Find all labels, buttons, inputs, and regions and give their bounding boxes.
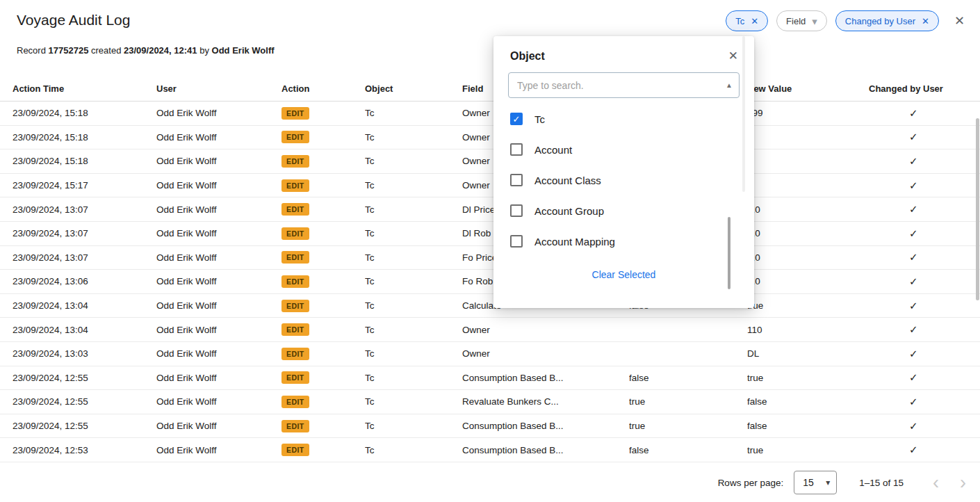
table-row: 23/09/2024, 15:18 Odd Erik Wolff EDIT Tc… bbox=[0, 126, 980, 150]
table-header-row: Action Time User Action Object Field Old… bbox=[0, 76, 980, 102]
checkbox-icon[interactable]: ✓ bbox=[510, 143, 523, 156]
record-created-label: created bbox=[91, 45, 121, 56]
cell-new-value: false bbox=[747, 396, 869, 407]
check-icon: ✓ bbox=[909, 300, 918, 311]
object-option[interactable]: ✓ Account Mapping bbox=[493, 226, 754, 257]
popup-scrollbar-thumb[interactable] bbox=[728, 217, 730, 289]
filter-chip-changed-by-user[interactable]: Changed by User ✕ bbox=[835, 10, 939, 31]
cell-new-value: 999 bbox=[747, 108, 869, 118]
object-option[interactable]: ✓ Tc bbox=[493, 104, 754, 134]
action-badge: EDIT bbox=[281, 323, 309, 336]
table-row: 23/09/2024, 13:03 Odd Erik Wolff EDIT Tc… bbox=[0, 342, 980, 366]
action-badge: EDIT bbox=[281, 131, 309, 143]
cell-object: Tc bbox=[365, 276, 462, 286]
previous-page-icon[interactable]: ‹ bbox=[933, 473, 939, 492]
checkbox-icon[interactable]: ✓ bbox=[510, 113, 523, 125]
remove-filter-icon[interactable]: ✕ bbox=[922, 16, 929, 26]
check-icon: ✓ bbox=[909, 323, 918, 335]
cell-old-value: false bbox=[629, 373, 747, 383]
table-row: 23/09/2024, 13:04 Odd Erik Wolff EDIT Tc… bbox=[0, 294, 980, 318]
check-icon: ✓ bbox=[909, 155, 918, 167]
cell-action: EDIT bbox=[281, 227, 365, 240]
cell-new-value: false bbox=[747, 421, 869, 431]
check-icon: ✓ bbox=[909, 371, 918, 383]
cell-action-time: 23/09/2024, 12:55 bbox=[13, 396, 156, 407]
object-filter-popup: Object ✕ ▲ ✓ Tc ✓ Account ✓ Account Clas… bbox=[493, 36, 754, 308]
option-label: Account Mapping bbox=[534, 236, 615, 248]
checkbox-icon[interactable]: ✓ bbox=[510, 235, 523, 248]
chevron-down-icon: ▾ bbox=[812, 16, 817, 26]
record-summary: Record 17752725 created 23/09/2024, 12:4… bbox=[17, 45, 275, 56]
option-label: Account bbox=[534, 144, 572, 156]
cell-changed-by-user: ✓ bbox=[869, 323, 980, 336]
table-row: 23/09/2024, 13:07 Odd Erik Wolff EDIT Tc… bbox=[0, 222, 980, 246]
table-row: 23/09/2024, 12:55 Odd Erik Wolff EDIT Tc… bbox=[0, 390, 980, 414]
popup-title: Object bbox=[510, 50, 545, 63]
cell-action-time: 23/09/2024, 15:18 bbox=[13, 108, 156, 118]
object-search-input[interactable] bbox=[508, 72, 740, 98]
filter-chip-object-label: Tc bbox=[735, 16, 744, 26]
cell-field: Revaluate Bunkers C... bbox=[462, 396, 629, 407]
action-badge: EDIT bbox=[281, 396, 309, 408]
cell-user: Odd Erik Wolff bbox=[156, 396, 281, 407]
object-option[interactable]: ✓ Account Group bbox=[493, 195, 754, 226]
filter-chip-object[interactable]: Tc ✕ bbox=[726, 10, 768, 31]
cell-object: Tc bbox=[365, 252, 462, 263]
table-row: 23/09/2024, 13:07 Odd Erik Wolff EDIT Tc… bbox=[0, 246, 980, 270]
action-badge: EDIT bbox=[281, 420, 309, 432]
cell-action-time: 23/09/2024, 12:53 bbox=[13, 445, 156, 455]
cell-action: EDIT bbox=[281, 444, 365, 456]
rows-per-page-value: 15 bbox=[803, 477, 814, 488]
cell-new-value: true bbox=[747, 373, 869, 383]
clear-selected-button[interactable]: Clear Selected bbox=[592, 269, 656, 280]
cell-user: Odd Erik Wolff bbox=[156, 276, 281, 286]
cell-changed-by-user: ✓ bbox=[869, 420, 980, 432]
cell-changed-by-user: ✓ bbox=[869, 275, 980, 288]
cell-changed-by-user: ✓ bbox=[869, 203, 980, 216]
table-row: 23/09/2024, 15:18 Odd Erik Wolff EDIT Tc… bbox=[0, 102, 980, 126]
cell-field: Consumption Based B... bbox=[462, 373, 629, 383]
cell-object: Tc bbox=[365, 300, 462, 311]
page-scrollbar[interactable] bbox=[976, 118, 979, 300]
cell-object: Tc bbox=[365, 228, 462, 238]
next-page-icon[interactable]: › bbox=[960, 473, 966, 492]
cell-action-time: 23/09/2024, 15:17 bbox=[13, 180, 156, 191]
popup-scrollbar-track[interactable] bbox=[742, 36, 745, 192]
remove-filter-icon[interactable]: ✕ bbox=[751, 16, 758, 26]
column-header-new-value: New Value bbox=[747, 83, 869, 94]
cell-object: Tc bbox=[365, 325, 462, 335]
cell-field: Consumption Based B... bbox=[462, 445, 629, 455]
cell-user: Odd Erik Wolff bbox=[156, 421, 281, 431]
object-option[interactable]: ✓ Account bbox=[493, 134, 754, 165]
cell-action-time: 23/09/2024, 13:07 bbox=[13, 252, 156, 263]
rows-per-page-select[interactable]: 15 ▾ bbox=[794, 471, 837, 494]
popup-close-icon[interactable]: ✕ bbox=[728, 49, 738, 63]
cell-action-time: 23/09/2024, 13:04 bbox=[13, 325, 156, 335]
action-badge: EDIT bbox=[281, 251, 309, 264]
cell-action-time: 23/09/2024, 15:18 bbox=[13, 156, 156, 166]
check-icon: ✓ bbox=[909, 420, 918, 432]
close-icon[interactable]: ✕ bbox=[954, 13, 965, 29]
action-badge: EDIT bbox=[281, 227, 309, 240]
collapse-dropdown-icon[interactable]: ▲ bbox=[726, 81, 733, 89]
object-option[interactable]: ✓ Account Class bbox=[493, 165, 754, 195]
checkbox-icon[interactable]: ✓ bbox=[510, 174, 523, 186]
table-row: 23/09/2024, 12:53 Odd Erik Wolff EDIT Tc… bbox=[0, 438, 980, 462]
cell-action: EDIT bbox=[281, 396, 365, 408]
cell-action: EDIT bbox=[281, 275, 365, 288]
cell-new-value: 110 bbox=[747, 325, 869, 335]
cell-action: EDIT bbox=[281, 251, 365, 264]
cell-object: Tc bbox=[365, 348, 462, 359]
action-badge: EDIT bbox=[281, 155, 309, 168]
check-icon: ✓ bbox=[909, 107, 918, 119]
table-row: 23/09/2024, 13:06 Odd Erik Wolff EDIT Tc… bbox=[0, 270, 980, 294]
cell-user: Odd Erik Wolff bbox=[156, 325, 281, 335]
table-row: 23/09/2024, 15:18 Odd Erik Wolff EDIT Tc… bbox=[0, 149, 980, 174]
filter-chip-field[interactable]: Field ▾ bbox=[776, 10, 827, 31]
option-label: Account Class bbox=[534, 175, 601, 186]
table-body: 23/09/2024, 15:18 Odd Erik Wolff EDIT Tc… bbox=[0, 102, 980, 462]
check-icon: ✓ bbox=[909, 179, 918, 191]
cell-user: Odd Erik Wolff bbox=[156, 445, 281, 455]
checkbox-icon[interactable]: ✓ bbox=[510, 204, 523, 217]
rows-per-page-label: Rows per page: bbox=[718, 478, 784, 488]
